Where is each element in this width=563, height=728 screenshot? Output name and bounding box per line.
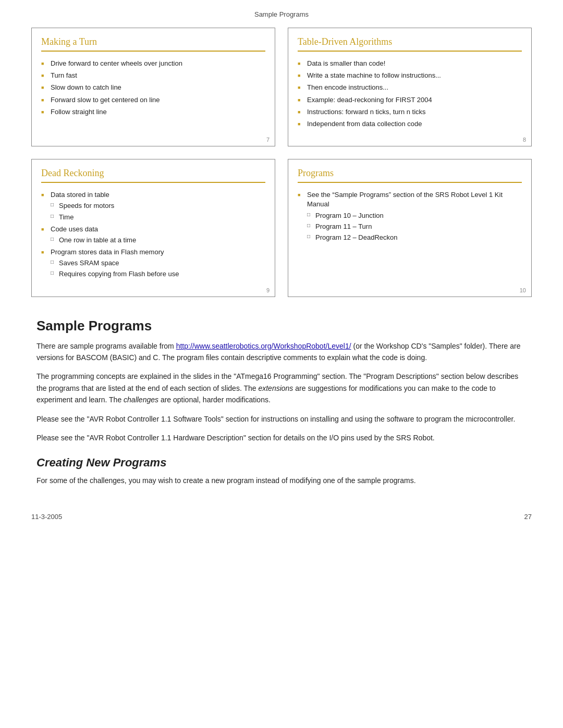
page-header: Sample Programs bbox=[31, 10, 532, 18]
list-item: Program stores data in Flash memory Save… bbox=[41, 248, 265, 279]
paragraph-2: The programming concepts are explained i… bbox=[36, 371, 527, 405]
list-item: Forward slow to get centered on line bbox=[41, 95, 265, 105]
slide-table-driven-title: Table-Driven Algorithms bbox=[298, 36, 522, 52]
header-title: Sample Programs bbox=[254, 10, 309, 18]
paragraph-3: Please see the "AVR Robot Controller 1.1… bbox=[36, 413, 527, 425]
sub-list: Saves SRAM space Requires copying from F… bbox=[51, 258, 265, 279]
list-item: Slow down to catch line bbox=[41, 83, 265, 92]
slide-dead-reckoning: Dead Reckoning Data stored in table Spee… bbox=[31, 159, 275, 297]
slide-dead-reckoning-title: Dead Reckoning bbox=[41, 168, 265, 183]
list-item: Drive forward to center wheels over junc… bbox=[41, 59, 265, 68]
slide-table-driven: Table-Driven Algorithms Data is smaller … bbox=[288, 28, 532, 146]
list-item: See the “Sample Programs” section of the… bbox=[298, 190, 522, 242]
slide-dead-reckoning-list: Data stored in table Speeds for motors T… bbox=[41, 190, 265, 279]
slide-programs: Programs See the “Sample Programs” secti… bbox=[288, 159, 532, 297]
slide-table-driven-list: Data is smaller than code! Write a state… bbox=[298, 59, 522, 129]
paragraph-5: For some of the challenges, you may wish… bbox=[36, 475, 527, 486]
slide-making-turn-title: Making a Turn bbox=[41, 36, 265, 52]
sub-list-item: Requires copying from Flash before use bbox=[51, 269, 265, 279]
sample-programs-link[interactable]: http://www.seattlerobotics.org/WorkshopR… bbox=[176, 342, 351, 350]
list-item: Turn fast bbox=[41, 71, 265, 80]
main-content: Sample Programs There are sample program… bbox=[31, 318, 532, 487]
list-item: Example: dead-reckoning for FIRST 2004 bbox=[298, 95, 522, 105]
sub-list-item: Time bbox=[51, 213, 265, 222]
sub-list-item: One row in table at a time bbox=[51, 236, 265, 245]
sub-list-item: Program 11 – Turn bbox=[307, 222, 522, 231]
italic-extensions: extensions bbox=[258, 384, 293, 392]
sub-list-item: Program 12 – DeadReckon bbox=[307, 233, 522, 242]
paragraph-4: Please see the "AVR Robot Controller 1.1… bbox=[36, 432, 527, 443]
slides-grid: Making a Turn Drive forward to center wh… bbox=[31, 28, 532, 297]
slide-number-8: 8 bbox=[523, 137, 526, 143]
slide-programs-title: Programs bbox=[298, 168, 522, 183]
sub-list: Program 10 – Junction Program 11 – Turn … bbox=[307, 211, 522, 243]
slide-making-turn-list: Drive forward to center wheels over junc… bbox=[41, 59, 265, 117]
list-item: Follow straight line bbox=[41, 107, 265, 117]
list-item: Write a state machine to follow instruct… bbox=[298, 71, 522, 80]
italic-challenges: challenges bbox=[124, 396, 158, 404]
slide-number-10: 10 bbox=[520, 287, 526, 293]
footer-date: 11-3-2005 bbox=[31, 513, 62, 521]
list-item: Data is smaller than code! bbox=[298, 59, 522, 68]
slide-making-turn: Making a Turn Drive forward to center wh… bbox=[31, 28, 275, 146]
list-item: Then encode instructions... bbox=[298, 83, 522, 92]
paragraph-1: There are sample programs available from… bbox=[36, 340, 527, 364]
sub-list-item: Saves SRAM space bbox=[51, 258, 265, 268]
list-item: Independent from data collection code bbox=[298, 119, 522, 129]
slide-number-7: 7 bbox=[266, 137, 270, 143]
list-item: Data stored in table Speeds for motors T… bbox=[41, 190, 265, 222]
sub-list-item: Program 10 – Junction bbox=[307, 211, 522, 220]
sub-list: Speeds for motors Time bbox=[51, 201, 265, 221]
list-item: Instructions: forward n ticks, turn n ti… bbox=[298, 107, 522, 117]
page-footer: 11-3-2005 27 bbox=[31, 508, 532, 521]
section-heading-creating-programs: Creating New Programs bbox=[36, 456, 527, 470]
sub-list-item: Speeds for motors bbox=[51, 201, 265, 211]
list-item: Code uses data One row in table at a tim… bbox=[41, 225, 265, 245]
slide-number-9: 9 bbox=[266, 287, 270, 293]
footer-page: 27 bbox=[524, 513, 532, 521]
sub-list: One row in table at a time bbox=[51, 236, 265, 245]
section-heading-sample-programs: Sample Programs bbox=[36, 318, 527, 334]
slide-programs-list: See the “Sample Programs” section of the… bbox=[298, 190, 522, 242]
